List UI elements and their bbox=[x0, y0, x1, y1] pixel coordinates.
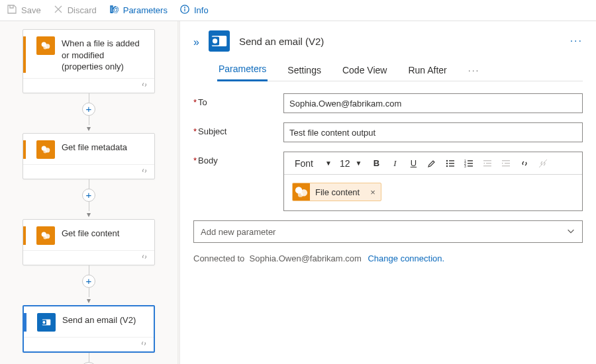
highlight-button[interactable] bbox=[422, 154, 441, 173]
svg-rect-3 bbox=[184, 9, 185, 11]
card-title: Get file content bbox=[62, 226, 148, 240]
outdent-button[interactable] bbox=[478, 154, 497, 173]
card-accent bbox=[24, 313, 26, 332]
svg-point-15 bbox=[42, 321, 45, 324]
discard-label: Discard bbox=[68, 5, 97, 15]
tab-more[interactable]: ··· bbox=[467, 60, 481, 81]
to-input[interactable] bbox=[283, 93, 583, 113]
body-input[interactable]: File content × bbox=[284, 175, 582, 210]
link-icon bbox=[140, 252, 149, 263]
font-select[interactable]: Font▼ bbox=[288, 156, 337, 171]
card-accent bbox=[23, 226, 26, 245]
fontsize-select[interactable]: 12▼ bbox=[337, 156, 367, 171]
flow-card-send-email[interactable]: Send an email (V2) bbox=[23, 305, 155, 353]
sharepoint-icon bbox=[293, 183, 310, 201]
tab-codeview[interactable]: Code View bbox=[341, 60, 388, 81]
card-accent bbox=[23, 36, 26, 73]
connector: + ▾ bbox=[89, 265, 89, 305]
svg-rect-33 bbox=[483, 165, 491, 166]
svg-rect-31 bbox=[483, 160, 491, 161]
flow-card-trigger[interactable]: When a file is added or modified (proper… bbox=[23, 29, 155, 93]
svg-rect-26 bbox=[468, 160, 473, 161]
flow-card-get-content[interactable]: Get file content bbox=[23, 219, 155, 265]
tab-parameters[interactable]: Parameters bbox=[217, 58, 268, 81]
connector-end: + bbox=[89, 353, 89, 364]
connector: + ▾ bbox=[89, 93, 89, 133]
save-button: Save bbox=[7, 4, 41, 17]
flow-card-get-metadata[interactable]: Get file metadata bbox=[23, 133, 155, 179]
indent-button[interactable] bbox=[497, 154, 515, 173]
svg-point-12 bbox=[43, 236, 46, 239]
chevron-down-icon: ▼ bbox=[356, 159, 362, 167]
flow-designer-pane: When a file is added or modified (proper… bbox=[0, 21, 177, 364]
token-label: File content bbox=[310, 187, 365, 197]
card-title: When a file is added or modified (proper… bbox=[62, 36, 148, 73]
connection-info: Connected to Sophia.Owen@fabrikam.com Ch… bbox=[193, 253, 583, 263]
remove-token-button[interactable]: × bbox=[365, 187, 381, 197]
body-editor: Font▼ 12▼ B I U 123 bbox=[283, 152, 583, 211]
discard-button: Discard bbox=[53, 4, 97, 17]
link-icon bbox=[140, 80, 149, 91]
tab-runafter[interactable]: Run After bbox=[407, 60, 448, 81]
collapse-pane-button[interactable]: » bbox=[193, 34, 199, 48]
add-parameter-label: Add new parameter bbox=[201, 227, 275, 237]
add-parameter-dropdown[interactable]: Add new parameter bbox=[193, 220, 583, 243]
connection-account: Sophia.Owen@fabrikam.com bbox=[250, 253, 362, 263]
svg-rect-22 bbox=[449, 163, 454, 163]
info-label: Info bbox=[194, 5, 209, 15]
link-icon bbox=[139, 339, 148, 350]
change-connection-link[interactable]: Change connection. bbox=[368, 253, 444, 263]
chevron-down-icon: ▼ bbox=[325, 159, 332, 167]
card-accent bbox=[23, 140, 26, 159]
parameters-button[interactable]: [@] Parameters bbox=[109, 4, 168, 17]
number-list-button[interactable]: 123 bbox=[460, 154, 478, 173]
svg-rect-20 bbox=[449, 160, 454, 161]
svg-text:[@]: [@] bbox=[111, 6, 119, 13]
svg-point-9 bbox=[43, 150, 46, 153]
svg-point-19 bbox=[446, 159, 448, 161]
italic-button[interactable]: I bbox=[385, 154, 404, 173]
svg-rect-34 bbox=[502, 160, 510, 161]
bullet-list-button[interactable] bbox=[441, 154, 460, 173]
add-step-button[interactable]: + bbox=[82, 189, 95, 202]
to-label: To bbox=[198, 97, 207, 107]
svg-rect-32 bbox=[486, 163, 491, 163]
more-actions-button[interactable]: ··· bbox=[570, 35, 583, 47]
svg-point-18 bbox=[213, 38, 217, 43]
sharepoint-icon bbox=[36, 36, 55, 55]
subject-label: Subject bbox=[198, 126, 226, 136]
save-icon bbox=[7, 4, 17, 17]
connection-prefix: Connected to bbox=[193, 253, 244, 263]
info-button[interactable]: Info bbox=[179, 4, 209, 17]
field-subject: *Subject bbox=[193, 122, 583, 142]
dynamic-content-token[interactable]: File content × bbox=[292, 183, 381, 201]
unlink-button[interactable] bbox=[534, 154, 552, 173]
parameters-form: *To *Subject *Body Font▼ 12▼ B I bbox=[193, 93, 583, 263]
detail-tabs: Parameters Settings Code View Run After … bbox=[217, 58, 583, 81]
link-button[interactable] bbox=[515, 154, 534, 173]
svg-rect-35 bbox=[505, 163, 510, 163]
tab-settings[interactable]: Settings bbox=[286, 60, 323, 81]
link-icon bbox=[140, 166, 149, 177]
chevron-down-icon: ▾ bbox=[87, 124, 91, 133]
body-label: Body bbox=[198, 156, 218, 165]
add-step-button[interactable]: + bbox=[82, 103, 95, 116]
parameters-icon: [@] bbox=[109, 4, 119, 17]
svg-point-21 bbox=[446, 162, 448, 163]
outlook-icon bbox=[37, 313, 56, 332]
bold-button[interactable]: B bbox=[367, 154, 385, 173]
add-step-button[interactable]: + bbox=[82, 275, 95, 288]
chevron-down-icon bbox=[566, 226, 575, 238]
underline-button[interactable]: U bbox=[404, 154, 422, 173]
rte-toolbar: Font▼ 12▼ B I U 123 bbox=[284, 152, 582, 175]
parameters-label: Parameters bbox=[123, 5, 168, 15]
svg-text:3: 3 bbox=[464, 164, 466, 168]
add-step-button[interactable]: + bbox=[80, 362, 97, 364]
subject-input[interactable] bbox=[283, 122, 583, 142]
detail-header: » Send an email (V2) ··· bbox=[193, 30, 583, 52]
svg-rect-36 bbox=[502, 165, 510, 166]
action-detail-pane: » Send an email (V2) ··· Parameters Sett… bbox=[180, 21, 596, 364]
outlook-icon bbox=[209, 30, 230, 52]
svg-rect-28 bbox=[468, 163, 473, 163]
chevron-down-icon: ▾ bbox=[87, 210, 91, 219]
